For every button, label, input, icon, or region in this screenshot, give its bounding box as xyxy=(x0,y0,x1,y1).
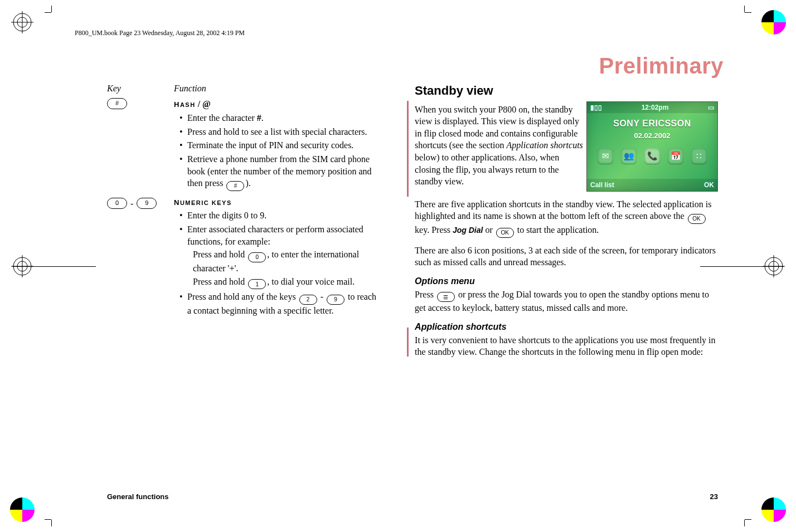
function-cell: HASH / @ Enter the character #. Press an… xyxy=(174,98,381,196)
t: key. Press xyxy=(415,225,453,235)
list-item: Retrieve a phone number from the SIM car… xyxy=(182,153,381,191)
t: H xyxy=(174,100,180,109)
color-patch-tr xyxy=(761,10,786,35)
t: # xyxy=(257,113,261,123)
nine-key-icon: 9 xyxy=(327,295,344,305)
watermark: Preliminary xyxy=(599,53,724,79)
footer-page: 23 xyxy=(710,492,718,501)
list-item: Press and hold to see a list with specia… xyxy=(182,126,381,138)
t: Press xyxy=(415,290,436,299)
hash-key-icon: # xyxy=(107,98,127,109)
zero-key-icon: 0 xyxy=(107,198,127,209)
hash-key-icon: # xyxy=(226,181,244,191)
t: UMERIC KEYS xyxy=(180,199,232,206)
screen-ok: OK xyxy=(704,180,714,189)
para: Press ☰ or press the Jog Dial towards yo… xyxy=(415,289,718,314)
list-item: Enter the character #. xyxy=(182,112,381,124)
list-item: Terminate the input of PIN and security … xyxy=(182,139,381,152)
hash-bullets: Enter the character #. Press and hold to… xyxy=(174,112,381,191)
page: P800_UM.book Page 23 Wednesday, August 2… xyxy=(67,22,729,510)
para: There are also 6 icon positions, 3 at ea… xyxy=(415,245,718,269)
one-key-icon: 1 xyxy=(248,279,266,289)
color-patch-bl xyxy=(10,497,35,522)
key-cell: # xyxy=(107,98,174,196)
list-item: Enter the digits 0 to 9. xyxy=(182,209,381,222)
reg-mark-tl xyxy=(11,11,33,33)
para: There are five application shortcuts in … xyxy=(415,198,718,238)
calendar-icon: 📅 xyxy=(668,148,683,164)
table-row: 0 - 9 NUMERIC KEYS Enter the digits 0 to… xyxy=(107,198,381,321)
table-header: Key Function xyxy=(107,82,381,95)
nine-key-icon: 9 xyxy=(137,198,157,209)
t: Press and hold xyxy=(193,250,247,259)
key-cell: 0 - 9 xyxy=(107,198,174,321)
t: ASH xyxy=(180,101,196,108)
subheading: Options menu xyxy=(415,275,718,287)
th-function: Function xyxy=(174,82,206,95)
t: Application shortcuts xyxy=(507,140,583,150)
t: - xyxy=(318,292,326,301)
t: Enter associated characters or perform a… xyxy=(187,224,363,246)
list-item: Press and hold any of the keys 2 - 9 to … xyxy=(182,291,381,316)
sub-item: Press and hold 1, to dial your voice mai… xyxy=(193,276,381,290)
two-key-icon: 2 xyxy=(299,295,317,305)
t: or xyxy=(483,225,494,235)
t: N xyxy=(174,198,180,207)
apps-icon: ∷ xyxy=(691,148,707,164)
screen-date: 02.02.2002 xyxy=(587,131,717,141)
calllist-icon: 📞 xyxy=(644,148,660,164)
t: to start the application. xyxy=(515,225,599,235)
right-column: Standby view ▮▯▯ 12:02pm ▭ SONY ERICSSON… xyxy=(415,82,718,476)
t: Enter the character xyxy=(187,113,257,123)
t: @ xyxy=(202,99,211,109)
function-cell: NUMERIC KEYS Enter the digits 0 to 9. En… xyxy=(174,198,381,321)
t: ). xyxy=(245,178,250,188)
t: Jog Dial xyxy=(453,226,483,235)
screen-brand: SONY ERICSSON xyxy=(587,118,717,130)
screen-label: Call list xyxy=(590,180,614,189)
t: or press the Jog Dial towards you to ope… xyxy=(415,290,709,313)
t: There are five application shortcuts in … xyxy=(415,199,711,221)
sub-item: Press and hold 0, to enter the internati… xyxy=(193,248,381,274)
table-row: # HASH / @ Enter the character #. Press … xyxy=(107,98,381,196)
section-heading: Standby view xyxy=(415,82,718,99)
footer: General functions 23 xyxy=(107,492,718,501)
ok-key-icon: OK xyxy=(688,214,706,224)
zero-key-icon: 0 xyxy=(248,252,266,262)
battery-icon: ▭ xyxy=(708,103,714,112)
ok-key-icon: OK xyxy=(496,228,514,238)
t: Press and hold any of the keys xyxy=(187,292,298,301)
list-item: Enter associated characters or perform a… xyxy=(182,223,381,289)
screen-time: 12:02pm xyxy=(642,103,669,112)
subheading: Application shortcuts xyxy=(415,321,718,333)
signal-icon: ▮▯▯ xyxy=(590,103,602,112)
screen-bottombar: Call list OK xyxy=(587,179,717,191)
envelope-icon: ✉ xyxy=(598,148,613,164)
dash: - xyxy=(128,198,135,210)
t: , to dial your voice mail. xyxy=(267,277,355,286)
columns: Key Function # HASH / @ Enter the charac… xyxy=(107,82,718,476)
t: / xyxy=(196,99,202,109)
t: Retrieve a phone number from the SIM car… xyxy=(187,154,372,188)
screenshot-wrap: ▮▯▯ 12:02pm ▭ SONY ERICSSON 02.02.2002 ✉… xyxy=(584,104,718,198)
book-header: P800_UM.book Page 23 Wednesday, August 2… xyxy=(75,29,245,37)
para: It is very convenient to have shortcuts … xyxy=(415,334,718,358)
reg-mark-mr xyxy=(763,255,785,277)
screen-icons: ✉ 👥 📞 📅 ∷ xyxy=(587,148,717,164)
left-column: Key Function # HASH / @ Enter the charac… xyxy=(107,82,381,476)
th-key: Key xyxy=(107,82,174,95)
footer-left: General functions xyxy=(107,492,169,501)
change-bar xyxy=(407,101,409,197)
numeric-bullets: Enter the digits 0 to 9. Enter associate… xyxy=(174,209,381,316)
menu-key-icon: ☰ xyxy=(437,292,455,302)
color-patch-br xyxy=(761,497,786,522)
change-bar xyxy=(407,328,409,357)
hash-title: HASH / @ xyxy=(174,98,381,110)
screen-topbar: ▮▯▯ 12:02pm ▭ xyxy=(587,102,717,113)
phone-screenshot: ▮▯▯ 12:02pm ▭ SONY ERICSSON 02.02.2002 ✉… xyxy=(586,101,718,192)
numeric-title: NUMERIC KEYS xyxy=(174,198,381,208)
reg-mark-ml xyxy=(11,255,33,277)
t: below) to other applications. Also, when… xyxy=(415,153,559,186)
t: . xyxy=(261,113,264,123)
contacts-icon: 👥 xyxy=(621,148,637,164)
